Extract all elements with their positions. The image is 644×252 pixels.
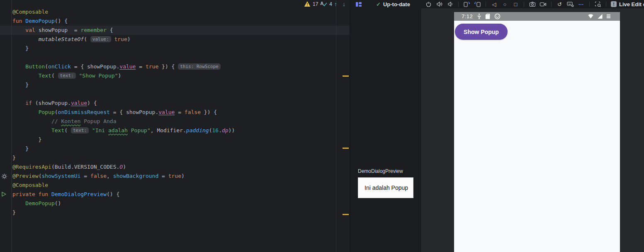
rotate-left-icon[interactable] (463, 1, 470, 8)
toolbar-separator (486, 2, 486, 7)
code-line[interactable]: } (0, 44, 350, 53)
top-toolbar: ✓ Up-to-date ◁ ○ □ (350, 0, 644, 8)
live-edit-label: Live Edit disabled (619, 1, 644, 7)
running-devices-panel: 7:12 Show Popup (421, 8, 644, 252)
toolbar-separator (589, 2, 590, 7)
code-line[interactable]: @Composable (0, 7, 350, 17)
code-area[interactable]: @Composablefun DemoPopup() { val showPop… (0, 7, 350, 217)
error-stripe-mark[interactable] (343, 148, 349, 149)
error-stripe-mark[interactable] (343, 214, 349, 215)
camera-icon[interactable] (529, 1, 536, 8)
cell-signal-icon (597, 14, 603, 19)
preview-status: Up-to-date (383, 1, 410, 7)
emulator-toolbar: ◁ ○ □ ↺ ⋯ ! Live Edit disabled (420, 1, 644, 8)
code-line[interactable]: if (showPopup.value) { (0, 99, 350, 108)
rotate-right-icon[interactable] (474, 1, 481, 8)
volume-down-icon[interactable] (447, 1, 454, 8)
toolbar-separator (551, 2, 552, 7)
sdcard-icon (485, 13, 490, 19)
reset-icon[interactable]: ↺ (556, 1, 563, 8)
code-line[interactable] (0, 90, 350, 99)
code-editor[interactable]: @Composablefun DemoPopup() { val showPop… (0, 0, 350, 252)
screenshot-icon[interactable] (594, 1, 601, 8)
code-line[interactable]: @Composable (0, 181, 350, 190)
code-line[interactable]: // Konten Popup Anda (0, 117, 350, 126)
device-display[interactable]: 7:12 Show Popup (454, 12, 620, 252)
code-line[interactable] (0, 53, 350, 62)
code-line[interactable]: Text( text: "Ini adalah Popup", Modifier… (0, 126, 350, 135)
code-line[interactable]: Button(onClick = { showPopup.value = tru… (0, 62, 350, 71)
more-icon[interactable]: ⋯ (578, 1, 585, 8)
code-line[interactable]: fun DemoPopup() { (0, 17, 350, 26)
code-line[interactable]: DemoPopup() (0, 199, 350, 208)
power-icon[interactable] (425, 1, 432, 8)
device-statusbar: 7:12 (454, 12, 620, 21)
code-line[interactable]: } (0, 135, 350, 144)
system-circle-icon (494, 13, 501, 19)
code-line[interactable]: private fun DemoDialogPreview() { (0, 190, 350, 199)
statusbar-time: 7:12 (462, 13, 473, 19)
show-popup-button[interactable]: Show Popup (455, 24, 508, 40)
next-highlight-arrow-icon[interactable]: ↓ (343, 1, 345, 7)
compose-preview-panel: DemoDialogPreview Ini adalah Popup (350, 8, 420, 252)
home-icon[interactable]: ○ (501, 1, 508, 8)
code-line[interactable]: } (0, 208, 350, 217)
error-stripe-mark[interactable] (343, 75, 349, 77)
code-line[interactable]: } (0, 144, 350, 153)
code-line[interactable]: Popup(onDismissRequest = { showPopup.val… (0, 108, 350, 117)
popup-preview[interactable]: Ini adalah Popup (358, 177, 413, 198)
volume-up-icon[interactable] (436, 1, 443, 8)
layout-grid-icon[interactable] (355, 1, 362, 7)
warning-count: 17 (313, 1, 318, 7)
code-line[interactable]: @Preview(showSystemUi = false, showBackg… (0, 172, 350, 181)
usb-icon (477, 13, 481, 19)
warning-icon (304, 1, 311, 7)
toolbar-separator (524, 2, 524, 7)
videocam-icon[interactable] (540, 1, 547, 8)
toolbar-separator (458, 2, 459, 7)
preview-name-label[interactable]: DemoDialogPreview (358, 168, 403, 174)
code-line[interactable]: @RequiresApi(Build.VERSION_CODES.O) (0, 162, 350, 172)
code-line[interactable]: } (0, 153, 350, 162)
battery-icon (606, 14, 611, 19)
popup-preview-text: Ini adalah Popup (358, 184, 408, 191)
code-line[interactable]: Text( text: "Show Popup") (0, 71, 350, 80)
overview-icon[interactable]: □ (512, 1, 519, 8)
device-screen[interactable]: Show Popup (454, 21, 620, 252)
code-line[interactable]: val showPopup = remember { (0, 26, 350, 35)
prev-highlight-arrow-icon[interactable]: ↑ (334, 1, 337, 7)
toolbar-separator (606, 2, 606, 7)
wifi-icon (588, 14, 594, 19)
preview-gear-icon[interactable] (1, 173, 8, 180)
inspections-widget[interactable]: 17 A 4 ↑ ↓ (304, 0, 345, 7)
preview-toolbar: ✓ Up-to-date (350, 1, 420, 7)
run-preview-icon[interactable] (1, 191, 7, 198)
typo-icon: A (320, 1, 327, 7)
keyboard-icon[interactable] (567, 1, 574, 8)
android-studio-window: @Composablefun DemoPopup() { val showPop… (0, 0, 644, 252)
code-line[interactable]: } (0, 80, 350, 90)
check-icon: ✓ (376, 1, 381, 7)
back-icon[interactable]: ◁ (491, 1, 498, 8)
typo-count: 4 (329, 1, 332, 7)
live-edit-status[interactable]: ! Live Edit disabled (611, 1, 644, 7)
code-line[interactable]: mutableStateOf( value: true) (0, 35, 350, 44)
live-edit-warning-icon: ! (611, 1, 617, 7)
